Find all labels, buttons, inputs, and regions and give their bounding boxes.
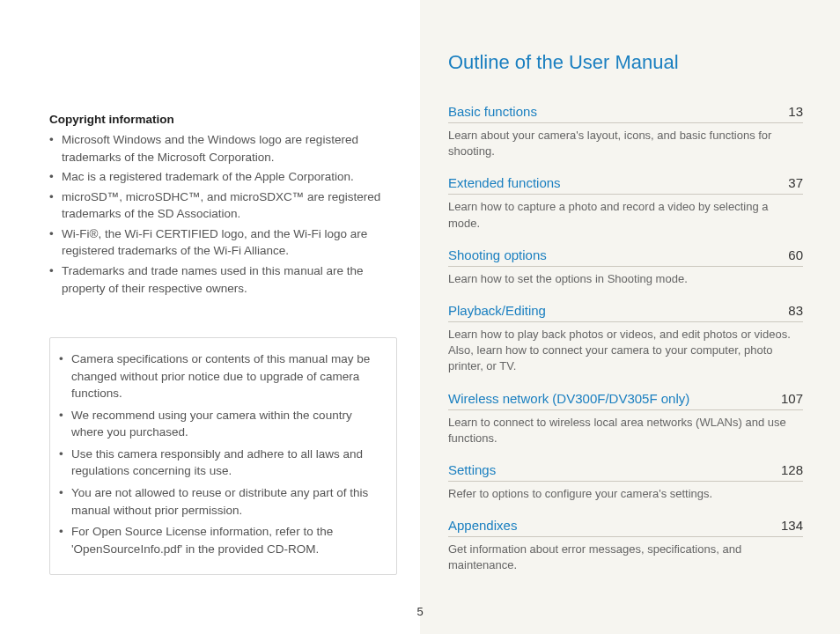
toc-title[interactable]: Playback/Editing	[448, 303, 546, 318]
note-list: Camera specifications or contents of thi…	[59, 350, 384, 557]
toc-entry: Settings 128 Refer to options to configu…	[448, 462, 803, 502]
right-column: Outline of the User Manual Basic functio…	[420, 0, 840, 634]
note-box: Camera specifications or contents of thi…	[49, 337, 397, 575]
toc-entry: Appendixes 134 Get information about err…	[448, 518, 803, 573]
toc-entry: Basic functions 13 Learn about your came…	[448, 104, 803, 159]
list-item: Camera specifications or contents of thi…	[59, 350, 384, 402]
toc-page: 37	[788, 175, 803, 190]
toc-title[interactable]: Extended functions	[448, 175, 561, 190]
toc-desc: Learn to connect to wireless local area …	[448, 415, 803, 446]
list-item: Trademarks and trade names used in this …	[49, 262, 397, 297]
toc-page: 107	[781, 391, 803, 406]
list-item: Wi-Fi®, the Wi-Fi CERTIFIED logo, and th…	[49, 225, 397, 260]
toc-entry: Playback/Editing 83 Learn how to play ba…	[448, 303, 803, 375]
toc-page: 83	[788, 303, 803, 318]
toc-title[interactable]: Settings	[448, 462, 496, 477]
toc-head: Extended functions 37	[448, 175, 803, 195]
list-item: microSD™, microSDHC™, and microSDXC™ are…	[49, 188, 397, 223]
toc-page: 60	[788, 247, 803, 262]
manual-page: Copyright information Microsoft Windows …	[0, 0, 840, 634]
toc-title[interactable]: Basic functions	[448, 104, 537, 119]
toc-page: 134	[781, 518, 803, 533]
list-item: Microsoft Windows and the Windows logo a…	[49, 131, 397, 166]
left-column: Copyright information Microsoft Windows …	[0, 0, 420, 634]
toc-title[interactable]: Wireless network (DV300F/DV305F only)	[448, 391, 689, 406]
toc-desc: Get information about error messages, sp…	[448, 542, 803, 573]
outline-title: Outline of the User Manual	[448, 51, 803, 74]
toc-desc: Learn how to capture a photo and record …	[448, 199, 803, 231]
list-item: You are not allowed to reuse or distribu…	[59, 484, 384, 519]
toc-page: 13	[788, 104, 803, 119]
list-item: For Open Source License information, ref…	[59, 523, 384, 557]
page-number: 5	[416, 605, 423, 618]
toc-desc: Learn how to play back photos or videos,…	[448, 327, 803, 375]
toc-desc: Refer to options to configure your camer…	[448, 486, 803, 502]
toc-desc: Learn how to set the options in Shooting…	[448, 271, 803, 287]
toc-head: Wireless network (DV300F/DV305F only) 10…	[448, 391, 803, 410]
copyright-heading: Copyright information	[49, 113, 397, 126]
toc-head: Basic functions 13	[448, 104, 803, 123]
toc-head: Appendixes 134	[448, 518, 803, 537]
toc-head: Settings 128	[448, 462, 803, 482]
toc-entry: Extended functions 37 Learn how to captu…	[448, 175, 803, 231]
toc-desc: Learn about your camera's layout, icons,…	[448, 128, 803, 159]
toc-head: Playback/Editing 83	[448, 303, 803, 322]
copyright-list: Microsoft Windows and the Windows logo a…	[49, 131, 397, 297]
list-item: We recommend using your camera within th…	[59, 407, 384, 441]
toc-entry: Shooting options 60 Learn how to set the…	[448, 247, 803, 287]
toc-title[interactable]: Shooting options	[448, 247, 547, 262]
list-item: Use this camera responsibly and adhere t…	[59, 446, 384, 480]
toc-head: Shooting options 60	[448, 247, 803, 267]
list-item: Mac is a registered trademark of the App…	[49, 168, 397, 186]
toc-page: 128	[781, 462, 803, 477]
toc-entry: Wireless network (DV300F/DV305F only) 10…	[448, 391, 803, 446]
toc-title[interactable]: Appendixes	[448, 518, 517, 533]
